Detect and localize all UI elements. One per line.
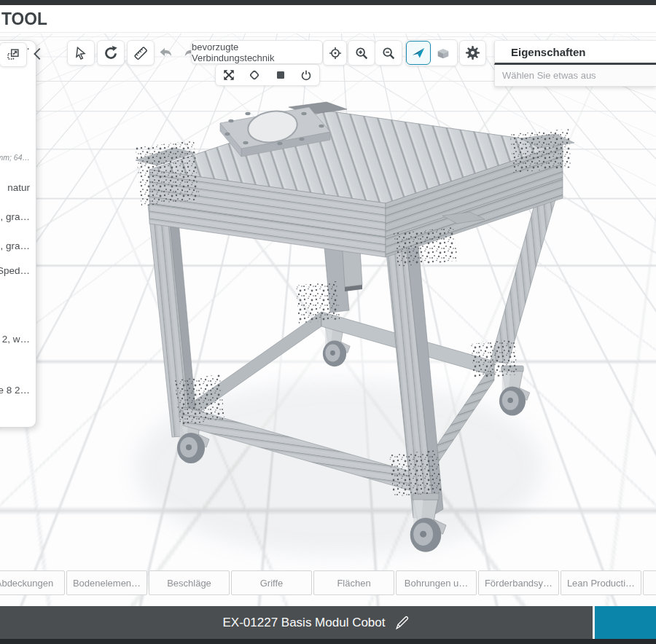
3d-viewport[interactable] xyxy=(0,32,656,644)
cube-icon xyxy=(435,45,451,61)
ruler-icon xyxy=(133,45,149,61)
tab-foerderbandsysteme[interactable]: Förderbandsy… xyxy=(478,570,559,595)
tab-beschlaege[interactable]: Beschläge xyxy=(149,570,230,595)
view-mode-group xyxy=(405,39,458,66)
undo-button[interactable] xyxy=(155,42,177,63)
crosshair-icon xyxy=(327,45,343,61)
undo-icon xyxy=(157,44,175,61)
solid-view-button[interactable] xyxy=(431,41,456,65)
parts-list-panel: mm; 64… natur , gra… , gra… Sped… 2, w… … xyxy=(0,40,36,428)
filled-square-icon xyxy=(273,68,288,82)
properties-panel: Eigenschaften Wählen Sie etwas aus xyxy=(494,40,656,87)
parts-list-item[interactable]: 2, w… xyxy=(2,334,30,345)
rotate-icon xyxy=(103,45,119,61)
tab-lean-production[interactable]: Lean Producti… xyxy=(561,570,641,595)
fly-view-button[interactable] xyxy=(406,41,431,65)
face-option-button[interactable] xyxy=(273,68,288,82)
zoom-out-button[interactable] xyxy=(375,40,402,66)
parts-list-item[interactable]: , gra… xyxy=(0,240,30,251)
window-top-strip xyxy=(0,0,656,5)
power-option-button[interactable] xyxy=(299,68,313,82)
connection-technique-dropdown[interactable]: bevorzugte Verbindungstechnik xyxy=(191,40,323,64)
properties-title: Eigenschaften xyxy=(494,40,656,65)
cursor-icon xyxy=(73,45,89,61)
parts-list-item[interactable]: e 8 2… xyxy=(0,385,30,396)
parts-list-item[interactable]: Sped… xyxy=(0,265,30,276)
parts-list-item[interactable]: natur xyxy=(7,182,30,193)
tab-arbeitsplatz[interactable]: Ar xyxy=(643,570,656,595)
project-bar: EX-01227 Basis Modul Cobot xyxy=(0,606,593,639)
app-header: TOOL xyxy=(0,5,656,33)
node-option-button[interactable] xyxy=(247,68,262,82)
connection-options-row xyxy=(215,64,320,86)
tab-griffe[interactable]: Griffe xyxy=(231,570,312,595)
paper-plane-icon xyxy=(410,45,426,61)
collapse-panel-button[interactable] xyxy=(28,44,47,63)
export-icon xyxy=(5,47,21,63)
settings-button[interactable] xyxy=(459,40,486,66)
locate-button[interactable] xyxy=(323,40,347,66)
zoom-out-icon xyxy=(380,45,397,61)
select-tool-button[interactable] xyxy=(67,40,95,66)
rotate-view-button[interactable] xyxy=(97,40,125,66)
measure-tool-button[interactable] xyxy=(127,40,155,66)
project-title: EX-01227 Basis Modul Cobot xyxy=(222,616,385,630)
bottom-strip xyxy=(0,639,656,644)
rename-project-button[interactable] xyxy=(394,615,410,631)
app-logo: TOOL xyxy=(1,9,47,29)
gear-icon xyxy=(464,44,481,61)
chevron-left-icon xyxy=(31,46,45,62)
tab-flaechen[interactable]: Flächen xyxy=(313,570,394,595)
four-arrows-icon xyxy=(222,68,236,82)
parts-list-item[interactable]: , gra… xyxy=(0,211,30,222)
tab-bohrungen[interactable]: Bohrungen u… xyxy=(396,570,477,595)
pencil-icon xyxy=(394,615,410,631)
properties-placeholder: Wählen Sie etwas aus xyxy=(494,65,656,87)
fit-connectors-button[interactable] xyxy=(222,68,236,82)
power-icon xyxy=(299,68,313,82)
export-button[interactable] xyxy=(0,42,27,67)
primary-action-button[interactable] xyxy=(595,606,656,639)
zoom-in-button[interactable] xyxy=(348,40,375,66)
zoom-in-icon xyxy=(354,45,370,61)
diamond-outline-icon xyxy=(247,68,262,82)
tab-abdeckungen[interactable]: Abdeckungen xyxy=(0,570,65,595)
3d-model-cart[interactable] xyxy=(0,32,656,644)
tab-bodenelemente[interactable]: Bodenelemen… xyxy=(66,570,147,595)
parts-list-item[interactable]: mm; 64… xyxy=(0,153,30,162)
